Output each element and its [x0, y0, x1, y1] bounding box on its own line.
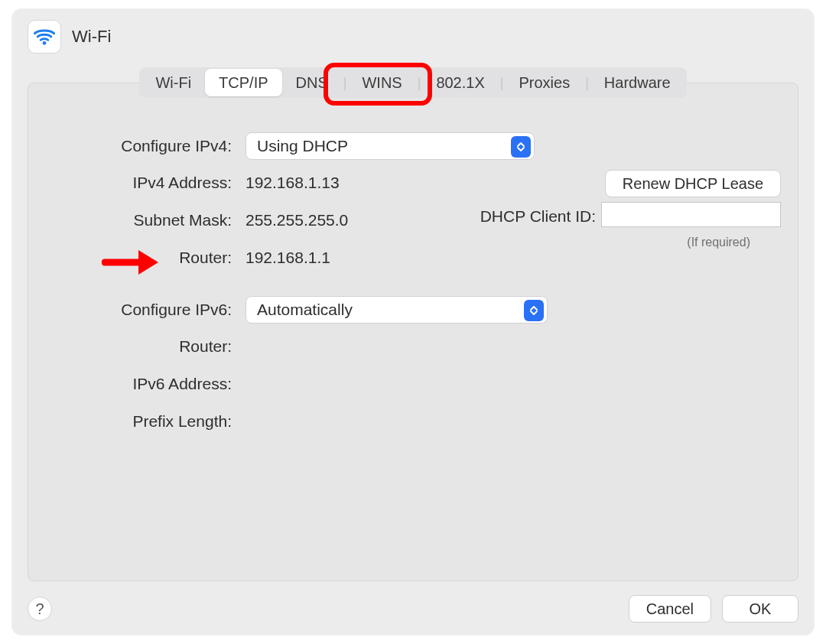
- dhcp-client-id-label: DHCP Client ID:: [480, 207, 596, 226]
- tab-wifi[interactable]: Wi-Fi: [141, 69, 205, 96]
- prefix-length-label: Prefix Length:: [28, 412, 232, 431]
- dhcp-client-id-input[interactable]: [601, 202, 781, 227]
- configure-ipv4-label: Configure IPv4:: [28, 137, 232, 155]
- tab-wins[interactable]: WINS: [348, 69, 415, 96]
- configure-ipv6-row: Configure IPv6: Automatically: [28, 296, 798, 324]
- tab-bar-container: Wi-Fi TCP/IP DNS | WINS | 802.1X | Proxi…: [12, 67, 814, 98]
- svg-point-0: [43, 41, 47, 45]
- configure-ipv6-select[interactable]: Automatically: [246, 296, 548, 324]
- router-ipv6-row: Router:: [28, 337, 798, 356]
- prefix-length-row: Prefix Length:: [28, 412, 798, 431]
- renew-dhcp-lease-button[interactable]: Renew DHCP Lease: [605, 170, 781, 197]
- chevron-up-down-icon: [511, 136, 531, 158]
- ok-button[interactable]: OK: [722, 595, 798, 623]
- tcpip-panel: Configure IPv4: Using DHCP IPv4 Address:…: [28, 83, 798, 581]
- router-ipv4-label: Router:: [28, 249, 232, 267]
- router-ipv6-label: Router:: [28, 337, 232, 356]
- ipv4-address-value: 192.168.1.13: [246, 174, 340, 192]
- wifi-icon: [28, 20, 61, 54]
- router-ipv4-value: 192.168.1.1: [246, 249, 330, 267]
- configure-ipv6-value: Automatically: [257, 301, 353, 319]
- tab-proxies[interactable]: Proxies: [505, 69, 584, 96]
- tab-8021x[interactable]: 802.1X: [422, 69, 498, 96]
- header: Wi-Fi: [12, 9, 814, 54]
- tab-tcpip[interactable]: TCP/IP: [205, 69, 281, 96]
- cancel-button[interactable]: Cancel: [629, 595, 711, 623]
- tab-separator: |: [499, 75, 506, 91]
- tab-separator: |: [342, 75, 349, 91]
- tab-separator: |: [416, 75, 423, 91]
- tab-separator: |: [584, 75, 590, 91]
- network-prefs-window: Wi-Fi Wi-Fi TCP/IP DNS | WINS | 802.1X |…: [12, 9, 814, 635]
- footer: ? Cancel OK: [12, 592, 814, 623]
- window-title: Wi-Fi: [72, 27, 111, 47]
- tab-bar: Wi-Fi TCP/IP DNS | WINS | 802.1X | Proxi…: [139, 67, 686, 98]
- tab-dns[interactable]: DNS: [282, 69, 342, 96]
- configure-ipv4-select[interactable]: Using DHCP: [246, 132, 535, 160]
- subnet-mask-label: Subnet Mask:: [28, 211, 232, 229]
- ipv4-address-label: IPv4 Address:: [28, 174, 232, 192]
- ipv6-address-label: IPv6 Address:: [28, 375, 232, 393]
- ipv6-address-row: IPv6 Address:: [28, 375, 798, 393]
- chevron-up-down-icon: [524, 300, 544, 321]
- tab-hardware[interactable]: Hardware: [590, 69, 685, 96]
- help-button[interactable]: ?: [28, 597, 52, 621]
- configure-ipv6-label: Configure IPv6:: [28, 301, 232, 319]
- configure-ipv4-value: Using DHCP: [257, 137, 348, 155]
- router-ipv4-row: Router: 192.168.1.1: [28, 249, 798, 267]
- configure-ipv4-row: Configure IPv4: Using DHCP: [28, 132, 798, 160]
- dhcp-client-id-hint: (If required): [687, 236, 750, 249]
- subnet-mask-value: 255.255.255.0: [246, 211, 348, 229]
